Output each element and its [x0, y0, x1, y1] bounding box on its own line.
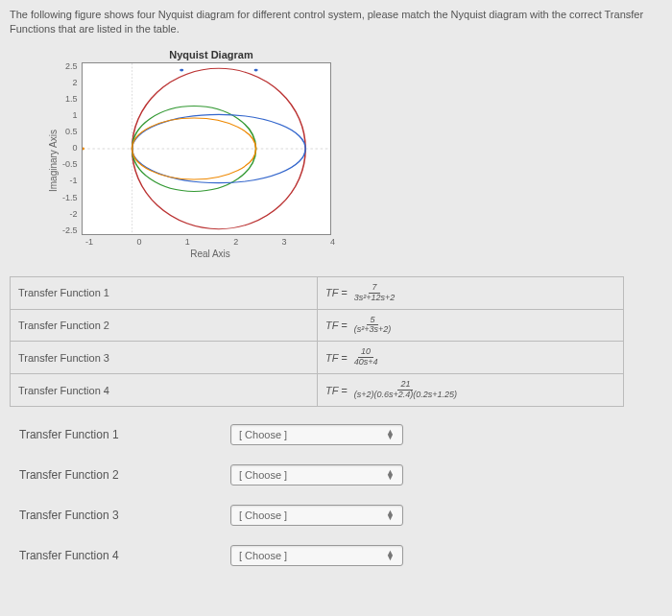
- choose-dropdown[interactable]: [ Choose ] ▲▼: [230, 464, 403, 486]
- choose-dropdown[interactable]: [ Choose ] ▲▼: [230, 545, 403, 566]
- svg-point-6: [82, 147, 84, 150]
- svg-point-7: [180, 68, 183, 71]
- choose-dropdown[interactable]: [ Choose ] ▲▼: [230, 424, 403, 445]
- dropdown-value: [ Choose ]: [239, 429, 287, 440]
- match-label: Transfer Function 4: [19, 549, 230, 562]
- choose-dropdown[interactable]: [ Choose ] ▲▼: [230, 505, 403, 526]
- transfer-function-table: Transfer Function 1 TF = 73s²+12s+2 Tran…: [10, 276, 624, 407]
- match-row: Transfer Function 2 [ Choose ] ▲▼: [10, 464, 662, 486]
- tf-label: Transfer Function 4: [11, 374, 318, 407]
- table-row: Transfer Function 3 TF = 1040s+4: [11, 342, 624, 374]
- match-label: Transfer Function 3: [19, 509, 230, 522]
- tf-label: Transfer Function 3: [11, 342, 318, 374]
- updown-icon: ▲▼: [386, 430, 395, 440]
- chart-ylabel: Imaginary Axis: [48, 130, 59, 192]
- chart-title: Nyquist Diagram: [77, 49, 346, 60]
- match-label: Transfer Function 2: [19, 468, 230, 482]
- tf-formula: TF = 5(s²+3s+2): [318, 309, 624, 342]
- updown-icon: ▲▼: [386, 510, 395, 521]
- tf-formula: TF = 1040s+4: [318, 342, 624, 374]
- chart-xticks: -1 0 1 2 3 4: [85, 237, 335, 247]
- tf-formula: TF = 21(s+2)(0.6s+2.4)(0.2s+1.25): [318, 374, 624, 407]
- table-row: Transfer Function 2 TF = 5(s²+3s+2): [11, 309, 624, 342]
- tf-label: Transfer Function 2: [11, 309, 318, 342]
- matching-section: Transfer Function 1 [ Choose ] ▲▼ Transf…: [10, 424, 662, 566]
- updown-icon: ▲▼: [386, 470, 395, 481]
- match-label: Transfer Function 1: [19, 428, 230, 441]
- chart-yticks: 2.5 2 1.5 1 0.5 0 -0.5 -1 -1.5 -2 -2.5: [62, 62, 82, 235]
- match-row: Transfer Function 3 [ Choose ] ▲▼: [10, 505, 662, 526]
- match-row: Transfer Function 4 [ Choose ] ▲▼: [10, 545, 662, 566]
- chart-xlabel: Real Axis: [85, 249, 335, 259]
- match-row: Transfer Function 1 [ Choose ] ▲▼: [10, 424, 662, 445]
- svg-point-8: [253, 68, 257, 71]
- question-instruction: The following figure shows four Nyquist …: [10, 8, 662, 37]
- nyquist-chart: Nyquist Diagram Imaginary Axis 2.5 2 1.5…: [48, 49, 662, 259]
- nyquist-plot: [82, 62, 331, 235]
- dropdown-value: [ Choose ]: [239, 550, 287, 561]
- table-row: Transfer Function 1 TF = 73s²+12s+2: [11, 276, 624, 309]
- dropdown-value: [ Choose ]: [239, 469, 287, 481]
- table-row: Transfer Function 4 TF = 21(s+2)(0.6s+2.…: [11, 374, 624, 407]
- tf-formula: TF = 73s²+12s+2: [318, 276, 624, 309]
- updown-icon: ▲▼: [386, 551, 395, 561]
- tf-label: Transfer Function 1: [11, 276, 318, 309]
- dropdown-value: [ Choose ]: [239, 509, 287, 521]
